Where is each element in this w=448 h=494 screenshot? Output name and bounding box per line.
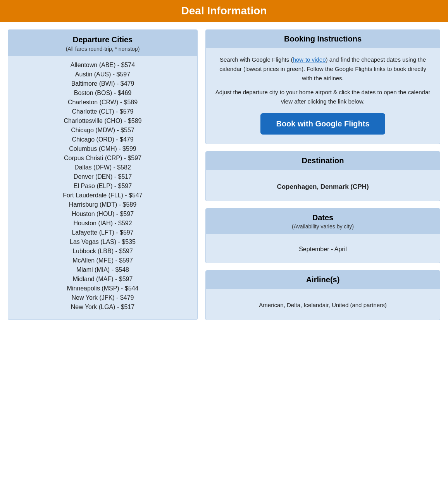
departure-cities-header: Departure Cities (All fares round-trip, … [8,30,197,56]
list-item: Columbus (CMH) - $599 [16,144,190,154]
list-item: Houston (HOU) - $597 [16,209,190,219]
right-column: Booking Instructions Search with Google … [205,29,440,320]
list-item: Las Vegas (LAS) - $535 [16,237,190,247]
main-content: Departure Cities (All fares round-trip, … [0,22,448,328]
airlines-value: American, Delta, Icelandair, United (and… [215,296,431,313]
booking-instructions-text2: Adjust the departure city to your home a… [215,88,431,106]
dates-section: Dates (Availability varies by city) Sept… [205,208,440,263]
how-to-video-link[interactable]: how-to video [293,56,326,63]
list-item: Charlotte (CLT) - $579 [16,107,190,116]
destination-section: Destination Copenhagen, Denmark (CPH) [205,151,440,201]
airlines-body: American, Delta, Icelandair, United (and… [206,289,440,320]
page-wrapper: Deal Information Departure Cities (All f… [0,0,448,328]
booking-instructions-section: Booking Instructions Search with Google … [205,29,440,144]
list-item: Corpus Christi (CRP) - $597 [16,154,190,163]
booking-text-before-link: Search with Google Flights ( [220,56,293,63]
list-item: Charleston (CRW) - $589 [16,98,190,107]
list-item: Dallas (DFW) - $582 [16,163,190,172]
booking-instructions-title: Booking Instructions [214,35,432,43]
departure-cities-subtitle: (All fares round-trip, * nonstop) [16,46,190,52]
destination-header: Destination [206,152,440,170]
dates-title: Dates [214,213,432,222]
booking-instructions-body: Search with Google Flights (how-to video… [206,48,440,144]
departure-cities-title: Departure Cities [16,35,190,44]
list-item: Chicago (MDW) - $557 [16,126,190,135]
airlines-section: Airline(s) American, Delta, Icelandair, … [205,270,440,320]
booking-instructions-text1: Search with Google Flights (how-to video… [215,55,431,83]
list-item: Allentown (ABE) - $574 [16,60,190,70]
page-title: Deal Information [8,5,440,17]
list-item: Lubbock (LBB) - $597 [16,247,190,256]
list-item: Denver (DEN) - $517 [16,172,190,181]
booking-instructions-header: Booking Instructions [206,30,440,48]
dates-header: Dates (Availability varies by city) [206,209,440,234]
airlines-title: Airline(s) [214,275,432,284]
header: Deal Information [0,0,448,22]
list-item: Fort Lauderdale (FLL) - $547 [16,191,190,200]
dates-value: September - April [215,241,431,256]
list-item: New York (JFK) - $479 [16,293,190,302]
list-item: Midland (MAF) - $597 [16,275,190,284]
departure-cities-panel: Departure Cities (All fares round-trip, … [8,29,198,320]
list-item: New York (LGA) - $517 [16,302,190,312]
list-item: Baltimore (BWI) - $479 [16,79,190,88]
destination-body: Copenhagen, Denmark (CPH) [206,170,440,201]
list-item: Minneapolis (MSP) - $544 [16,284,190,293]
book-with-google-flights-button[interactable]: Book with Google Flights [260,113,385,135]
cities-list: Allentown (ABE) - $574Austin (AUS) - $59… [8,56,197,320]
airlines-header: Airline(s) [206,271,440,289]
dates-subtitle: (Availability varies by city) [214,223,432,230]
list-item: Miami (MIA) - $548 [16,265,190,275]
list-item: El Paso (ELP) - $597 [16,181,190,191]
dates-body: September - April [206,234,440,263]
list-item: Austin (AUS) - $597 [16,70,190,79]
list-item: Chicago (ORD) - $479 [16,135,190,144]
destination-value: Copenhagen, Denmark (CPH) [215,177,431,194]
list-item: Boston (BOS) - $469 [16,88,190,98]
list-item: Harrisburg (MDT) - $589 [16,200,190,209]
destination-title: Destination [214,156,432,165]
list-item: McAllen (MFE) - $597 [16,256,190,265]
list-item: Houston (IAH) - $592 [16,219,190,228]
list-item: Lafayette (LFT) - $597 [16,228,190,237]
list-item: Charlottesville (CHO) - $589 [16,116,190,126]
